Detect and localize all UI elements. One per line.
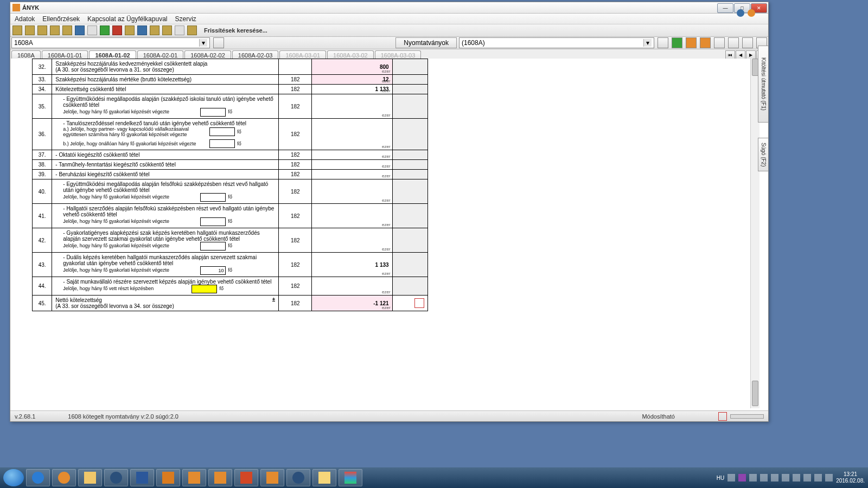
pic-icon[interactable] (137, 25, 147, 35)
menu-szerviz[interactable]: Szerviz (175, 15, 196, 23)
inp-35[interactable] (200, 108, 226, 117)
toolbar-text[interactable]: Frissítések keresése... (204, 27, 267, 34)
tray-icon[interactable] (825, 474, 833, 481)
val-33[interactable]: 12ezer (312, 75, 392, 85)
val-42[interactable]: ezer (312, 228, 392, 253)
task-app3[interactable] (339, 469, 362, 486)
nav-prev-icon[interactable]: ◀ (736, 50, 745, 59)
val-43[interactable]: 1 133ezer (312, 253, 392, 277)
side-tab-sugo[interactable]: Súgó (F2) (758, 138, 768, 171)
status-flag-icon[interactable] (718, 412, 727, 421)
inp-41[interactable] (200, 217, 226, 226)
book-icon[interactable] (150, 25, 159, 35)
inp-36b[interactable] (209, 139, 235, 148)
task-media[interactable] (52, 469, 76, 486)
val-36[interactable]: ezer (312, 119, 392, 150)
tab-1608a[interactable]: 1608A (11, 50, 41, 59)
inp-44[interactable] (192, 285, 217, 293)
tray-icon[interactable] (803, 474, 811, 481)
task-explorer[interactable] (78, 469, 102, 486)
side-btn-1[interactable] (658, 37, 668, 48)
export-icon[interactable] (62, 25, 72, 35)
side-tab-help[interactable]: Kitöltési útmutató (F1) (758, 46, 768, 123)
val-34[interactable]: 1 133ezer (312, 85, 392, 94)
val-32[interactable]: 800ezer (312, 59, 392, 75)
tray-icon[interactable] (738, 474, 746, 481)
saveas-icon[interactable] (50, 25, 60, 35)
flag-icon[interactable] (187, 25, 197, 35)
menu-ellenorzesek[interactable]: Ellenőrzések (42, 15, 80, 23)
nyomtatvanyok-button[interactable]: Nyomtatványok (395, 37, 457, 48)
tab-1608a-01-01[interactable]: 1608A-01-01 (42, 50, 88, 59)
menubar: Adatok Ellenőrzések Kapcsolat az Ügyfélk… (10, 14, 768, 24)
print-combo[interactable]: (1608A) ▾ (459, 37, 654, 48)
gear-icon[interactable] (162, 25, 172, 35)
save-icon[interactable] (37, 25, 47, 35)
print-icon[interactable] (87, 25, 97, 35)
side-btn-7[interactable] (742, 37, 753, 48)
val-38[interactable]: ezer (312, 160, 392, 170)
side-btn-5[interactable] (714, 37, 725, 48)
scroll-thumb-2[interactable] (752, 381, 758, 406)
val-40[interactable]: ezer (312, 179, 392, 204)
start-button[interactable] (3, 469, 24, 486)
side-btn-6[interactable] (728, 37, 739, 48)
help-icon[interactable] (737, 9, 744, 17)
menu-adatok[interactable]: Adatok (15, 15, 35, 23)
row-36: 36. - Tanulószerződéssel rendelkező tanu… (33, 119, 428, 150)
task-ie[interactable] (26, 469, 50, 486)
open-icon[interactable] (25, 25, 35, 35)
side-btn-4[interactable] (700, 37, 711, 48)
menu-kapcsolat[interactable]: Kapcsolat az Ügyfélkapuval (87, 15, 167, 23)
info-icon[interactable] (75, 25, 85, 35)
task-app1[interactable] (104, 469, 128, 486)
val-41[interactable]: ezer (312, 204, 392, 228)
tab-1608a-02-01[interactable]: 1608A-02-01 (137, 50, 184, 59)
delete-icon[interactable] (112, 25, 122, 35)
val-37[interactable]: ezer (312, 150, 392, 160)
status-slider[interactable] (730, 414, 764, 419)
tray-icon[interactable] (760, 474, 768, 481)
tray-lang[interactable]: HU (717, 475, 724, 481)
task-java1[interactable] (182, 469, 206, 486)
inp-42[interactable] (200, 242, 226, 251)
nav-next-icon[interactable]: ▶ (746, 50, 756, 59)
row-33: 33. Szakképzési hozzájárulás mértéke (br… (33, 75, 428, 85)
tab-1608a-01-02[interactable]: 1608A-01-02 (89, 50, 136, 59)
task-app2[interactable] (286, 469, 310, 486)
inp-43[interactable]: 10 (200, 266, 226, 275)
row-44: 44. - Saját munkavállaló részére szervez… (33, 277, 428, 296)
val-44[interactable]: ezer (312, 277, 392, 296)
task-java2[interactable] (208, 469, 232, 486)
help-icon[interactable] (175, 25, 184, 35)
task-outlook[interactable] (156, 469, 180, 486)
inp-36a[interactable] (209, 127, 235, 136)
tray-clock[interactable]: 13:212016.02.08. (836, 471, 865, 484)
tray-icon[interactable] (749, 474, 757, 481)
help-icon-2[interactable] (748, 9, 755, 17)
val-45[interactable]: -1 121ezer (312, 296, 392, 311)
tray-icon[interactable] (793, 474, 800, 481)
task-word[interactable] (130, 469, 154, 486)
tray-icon[interactable] (727, 474, 735, 481)
task-mail[interactable] (312, 469, 336, 486)
inp-40[interactable] (200, 193, 226, 202)
new-icon[interactable] (12, 25, 22, 35)
form-combo[interactable]: 1608A ▾ (11, 37, 210, 48)
side-btn-2[interactable] (672, 37, 682, 48)
edit-icon[interactable] (125, 25, 135, 35)
tab-1608a-02-03[interactable]: 1608A-02-03 (232, 50, 279, 59)
minimize-button[interactable]: — (717, 3, 733, 13)
tray-icon[interactable] (782, 474, 789, 481)
val-39[interactable]: ezer (312, 170, 392, 179)
combo-extra[interactable] (213, 37, 224, 48)
task-ppt[interactable] (234, 469, 258, 486)
task-java3[interactable] (260, 469, 284, 486)
nav-first-icon[interactable]: ⏮ (725, 50, 735, 59)
check-icon[interactable] (100, 25, 110, 35)
tray-icon[interactable] (771, 474, 778, 481)
tray-icon[interactable] (814, 474, 822, 481)
val-35[interactable]: ezer (312, 94, 392, 119)
tab-1608a-02-02[interactable]: 1608A-02-02 (184, 50, 231, 59)
side-btn-3[interactable] (686, 37, 697, 48)
